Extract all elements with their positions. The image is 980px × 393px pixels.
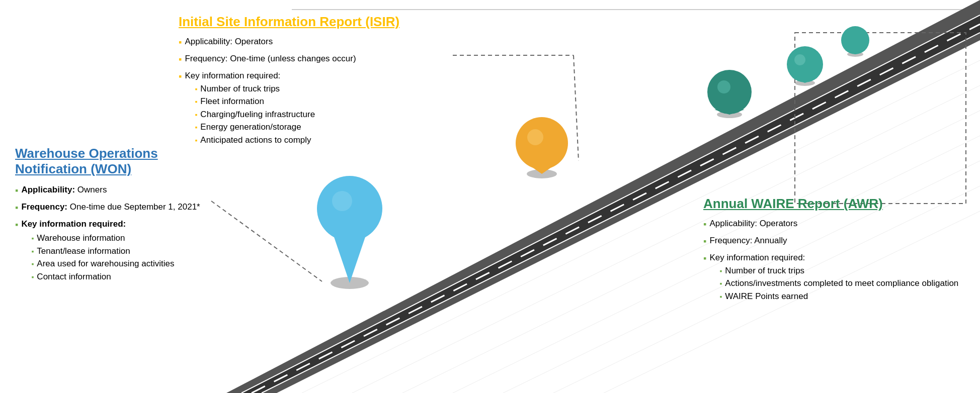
isir-sub-2: ▪Fleet information bbox=[195, 95, 315, 108]
won-bullet-1: ▪ bbox=[15, 183, 18, 198]
awr-title: Annual WAIRE Report (AWR) bbox=[703, 196, 970, 212]
svg-point-21 bbox=[317, 176, 382, 241]
svg-point-27 bbox=[707, 70, 752, 114]
svg-line-14 bbox=[574, 55, 579, 161]
svg-point-19 bbox=[795, 80, 815, 86]
won-applicability: ▪ Applicability: Owners bbox=[15, 183, 206, 198]
isir-applicability-value: Operators bbox=[235, 37, 273, 46]
awr-panel: Annual WAIRE Report (AWR) ▪ Applicabilit… bbox=[703, 196, 970, 305]
svg-point-16 bbox=[331, 277, 369, 289]
svg-marker-34 bbox=[845, 50, 865, 54]
svg-marker-29 bbox=[714, 110, 745, 115]
awr-sub-3: ▪WAIRE Points earned bbox=[719, 290, 958, 303]
awr-sub-bullet-2: ▪ bbox=[719, 278, 722, 289]
isir-bullet-1: ▪ bbox=[179, 35, 182, 50]
svg-point-20 bbox=[847, 52, 863, 57]
svg-marker-26 bbox=[527, 164, 556, 174]
won-sub-2: ▪Tenant/lease information bbox=[31, 245, 174, 258]
awr-bullet-2: ▪ bbox=[703, 234, 706, 249]
top-divider-line bbox=[292, 9, 980, 10]
won-key-info: ▪ Key information required: ▪Warehouse i… bbox=[15, 217, 206, 283]
won-key-info-label: Key information required: bbox=[21, 219, 126, 229]
awr-sub-list: ▪Number of truck trips ▪Actions/investme… bbox=[719, 264, 958, 303]
won-info-list: ▪ Applicability: Owners ▪ Frequency: One… bbox=[15, 183, 206, 283]
svg-point-24 bbox=[516, 117, 568, 169]
isir-sub-3: ▪Charging/fueling infrastructure bbox=[195, 108, 315, 121]
won-applicability-value: Owners bbox=[77, 185, 107, 194]
svg-point-31 bbox=[794, 54, 805, 65]
isir-applicability-label: Applicability: bbox=[185, 37, 232, 46]
awr-applicability-label: Applicability: bbox=[709, 219, 757, 228]
awr-frequency-value: Annually bbox=[754, 236, 787, 245]
isir-panel: Initial Site Information Report (ISIR) ▪… bbox=[179, 14, 470, 148]
won-frequency-label: Frequency: bbox=[21, 202, 67, 212]
awr-bullet-3: ▪ bbox=[703, 251, 706, 266]
isir-bullet-3: ▪ bbox=[179, 69, 182, 84]
awr-applicability: ▪ Applicability: Operators bbox=[703, 217, 970, 232]
won-sub-bullet-1: ▪ bbox=[31, 233, 34, 244]
awr-sub-1: ▪Number of truck trips bbox=[719, 264, 958, 277]
won-sub-4: ▪Contact information bbox=[31, 270, 174, 283]
isir-sub-bullet-4: ▪ bbox=[195, 122, 197, 133]
awr-frequency: ▪ Frequency: Annually bbox=[703, 234, 970, 249]
won-title: Warehouse OperationsNotification (WON) bbox=[15, 146, 206, 177]
won-frequency-value: One-time due September 1, 2021* bbox=[70, 202, 200, 212]
won-bullet-2: ▪ bbox=[15, 201, 18, 215]
won-sub-1: ▪Warehouse information bbox=[31, 232, 174, 245]
isir-applicability: ▪ Applicability: Operators bbox=[179, 35, 470, 50]
awr-info-list: ▪ Applicability: Operators ▪ Frequency: … bbox=[703, 217, 970, 303]
isir-key-info: ▪ Key information required: ▪Number of t… bbox=[179, 69, 470, 147]
svg-point-30 bbox=[787, 46, 823, 82]
isir-sub-bullet-3: ▪ bbox=[195, 110, 197, 120]
isir-sub-1: ▪Number of truck trips bbox=[195, 82, 315, 95]
awr-sub-bullet-1: ▪ bbox=[719, 266, 722, 276]
won-sub-bullet-2: ▪ bbox=[31, 246, 34, 257]
svg-point-17 bbox=[527, 169, 557, 178]
isir-frequency: ▪ Frequency: One-time (unless changes oc… bbox=[179, 52, 470, 67]
awr-sub-bullet-3: ▪ bbox=[719, 291, 722, 302]
isir-bullet-2: ▪ bbox=[179, 52, 182, 67]
isir-title: Initial Site Information Report (ISIR) bbox=[179, 14, 470, 30]
svg-marker-23 bbox=[332, 231, 367, 283]
isir-sub-bullet-5: ▪ bbox=[195, 135, 197, 146]
isir-sub-list: ▪Number of truck trips ▪Fleet informatio… bbox=[195, 82, 315, 147]
won-bullet-3: ▪ bbox=[15, 218, 18, 232]
awr-key-info: ▪ Key information required: ▪Number of t… bbox=[703, 251, 970, 303]
won-sub-bullet-3: ▪ bbox=[31, 259, 34, 269]
svg-rect-15 bbox=[795, 33, 966, 204]
svg-point-28 bbox=[717, 80, 730, 93]
awr-key-info-label: Key information required: bbox=[709, 253, 805, 262]
awr-bullet-1: ▪ bbox=[703, 217, 706, 232]
svg-point-25 bbox=[527, 129, 543, 145]
awr-frequency-label: Frequency: bbox=[709, 236, 752, 245]
isir-sub-bullet-2: ▪ bbox=[195, 96, 197, 107]
isir-info-list: ▪ Applicability: Operators ▪ Frequency: … bbox=[179, 35, 470, 146]
won-sub-bullet-4: ▪ bbox=[31, 272, 34, 282]
won-frequency: ▪ Frequency: One-time due September 1, 2… bbox=[15, 200, 206, 215]
won-panel: Warehouse OperationsNotification (WON) ▪… bbox=[15, 146, 206, 285]
svg-point-18 bbox=[717, 111, 742, 118]
won-sub-3: ▪Area used for warehousing activities bbox=[31, 257, 174, 270]
isir-sub-bullet-1: ▪ bbox=[195, 84, 197, 94]
won-sub-list: ▪Warehouse information ▪Tenant/lease inf… bbox=[31, 232, 174, 283]
won-applicability-label: Applicability: bbox=[21, 185, 75, 194]
svg-line-12 bbox=[211, 201, 322, 281]
isir-sub-4: ▪Energy generation/storage bbox=[195, 121, 315, 134]
isir-frequency-label: Frequency: bbox=[185, 54, 227, 63]
svg-point-22 bbox=[332, 191, 352, 211]
isir-frequency-value: One-time (unless changes occur) bbox=[230, 54, 356, 63]
svg-point-33 bbox=[841, 26, 869, 54]
isir-key-info-label: Key information required: bbox=[185, 71, 280, 80]
svg-marker-32 bbox=[792, 78, 818, 83]
awr-applicability-value: Operators bbox=[760, 219, 798, 228]
isir-sub-5: ▪Anticipated actions to comply bbox=[195, 134, 315, 147]
awr-sub-2: ▪Actions/investments completed to meet c… bbox=[719, 277, 958, 290]
